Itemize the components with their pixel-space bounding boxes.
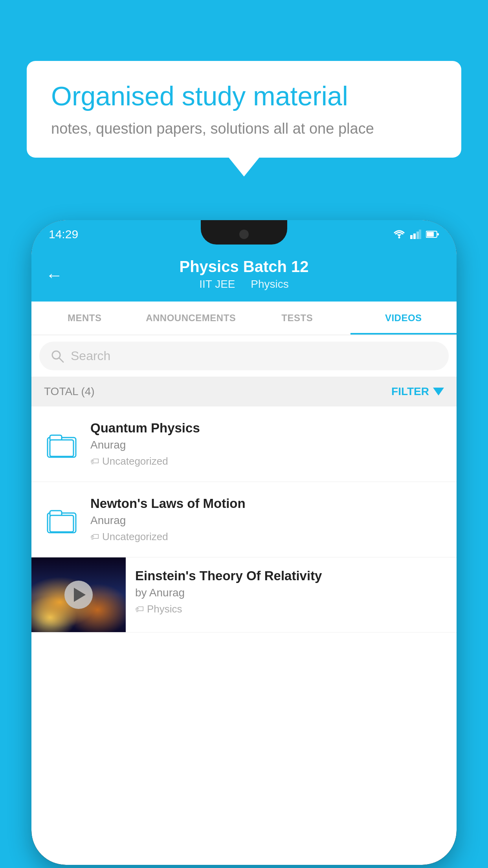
play-triangle-icon bbox=[74, 588, 86, 602]
svg-rect-5 bbox=[419, 230, 421, 239]
svg-rect-2 bbox=[410, 235, 413, 239]
filter-button[interactable]: FILTER bbox=[391, 385, 444, 398]
search-placeholder: Search bbox=[71, 349, 110, 363]
svg-rect-7 bbox=[427, 232, 434, 237]
video-thumbnail bbox=[31, 557, 126, 632]
camera-dot bbox=[239, 230, 249, 239]
svg-rect-4 bbox=[416, 232, 419, 239]
tab-videos[interactable]: VIDEOS bbox=[350, 302, 457, 335]
search-icon bbox=[50, 349, 64, 363]
svg-marker-0 bbox=[397, 234, 402, 237]
tab-announcements[interactable]: ANNOUNCEMENTS bbox=[138, 302, 244, 335]
filter-icon bbox=[433, 388, 444, 395]
tag-icon: 🏷 bbox=[90, 456, 99, 467]
speech-bubble: Organised study material notes, question… bbox=[27, 61, 461, 158]
folder-icon bbox=[47, 430, 77, 458]
status-icons bbox=[393, 230, 439, 239]
svg-rect-8 bbox=[437, 233, 439, 235]
search-input-wrapper[interactable]: Search bbox=[39, 342, 449, 370]
back-button[interactable]: ← bbox=[46, 265, 63, 285]
speech-bubble-title: Organised study material bbox=[51, 81, 437, 111]
svg-rect-3 bbox=[413, 234, 416, 239]
item-author: Anurag bbox=[90, 514, 444, 527]
play-button[interactable] bbox=[64, 581, 93, 609]
video-author: by Anurag bbox=[135, 587, 447, 599]
header-subtitle-right: Physics bbox=[251, 278, 288, 290]
video-info: Einstein's Theory Of Relativity by Anura… bbox=[126, 557, 457, 626]
tab-ments[interactable]: MENTS bbox=[31, 302, 138, 335]
battery-icon bbox=[426, 230, 439, 238]
list-item[interactable]: Newton's Laws of Motion Anurag 🏷 Uncateg… bbox=[31, 482, 457, 557]
tag-label: Uncategorized bbox=[102, 455, 168, 467]
item-info: Quantum Physics Anurag 🏷 Uncategorized bbox=[90, 421, 444, 467]
svg-line-10 bbox=[59, 358, 63, 362]
search-container: Search bbox=[31, 335, 457, 377]
app-header: ← Physics Batch 12 IIT JEE Physics bbox=[31, 248, 457, 302]
phone-frame: 14:29 bbox=[31, 220, 457, 865]
wifi-icon bbox=[393, 230, 405, 239]
tag-label: Physics bbox=[147, 603, 182, 615]
tag-icon: 🏷 bbox=[90, 532, 99, 542]
tag-label: Uncategorized bbox=[102, 531, 168, 543]
list-item[interactable]: Quantum Physics Anurag 🏷 Uncategorized bbox=[31, 406, 457, 482]
phone-screen: 14:29 bbox=[31, 220, 457, 865]
item-author: Anurag bbox=[90, 439, 444, 451]
video-tag: 🏷 Physics bbox=[135, 603, 447, 615]
video-list-item[interactable]: Einstein's Theory Of Relativity by Anura… bbox=[31, 557, 457, 633]
video-title: Einstein's Theory Of Relativity bbox=[135, 568, 447, 583]
svg-point-1 bbox=[398, 237, 400, 239]
header-subtitle-left: IIT JEE bbox=[199, 278, 235, 290]
content-list: Quantum Physics Anurag 🏷 Uncategorized bbox=[31, 406, 457, 633]
filter-bar: TOTAL (4) FILTER bbox=[31, 377, 457, 406]
total-label: TOTAL (4) bbox=[44, 385, 95, 398]
folder-icon-wrapper bbox=[44, 502, 79, 537]
item-info: Newton's Laws of Motion Anurag 🏷 Uncateg… bbox=[90, 496, 444, 543]
tabs-bar: MENTS ANNOUNCEMENTS TESTS VIDEOS bbox=[31, 302, 457, 335]
status-bar: 14:29 bbox=[31, 220, 457, 248]
item-title: Quantum Physics bbox=[90, 421, 444, 436]
item-title: Newton's Laws of Motion bbox=[90, 496, 444, 511]
item-tag: 🏷 Uncategorized bbox=[90, 531, 444, 543]
speech-bubble-container: Organised study material notes, question… bbox=[27, 61, 461, 158]
folder-icon-wrapper bbox=[44, 427, 79, 462]
tag-icon: 🏷 bbox=[135, 604, 144, 614]
svg-rect-13 bbox=[50, 440, 73, 456]
signal-icon bbox=[410, 230, 421, 239]
header-subtitle: IIT JEE Physics bbox=[47, 278, 441, 291]
tab-tests[interactable]: TESTS bbox=[244, 302, 350, 335]
speech-bubble-subtitle: notes, question papers, solutions all at… bbox=[51, 120, 437, 137]
status-time: 14:29 bbox=[49, 228, 78, 241]
header-title: Physics Batch 12 bbox=[47, 258, 441, 276]
notch bbox=[201, 220, 287, 245]
svg-rect-16 bbox=[50, 515, 73, 532]
filter-label: FILTER bbox=[391, 385, 429, 398]
folder-icon bbox=[47, 506, 77, 533]
item-tag: 🏷 Uncategorized bbox=[90, 455, 444, 467]
